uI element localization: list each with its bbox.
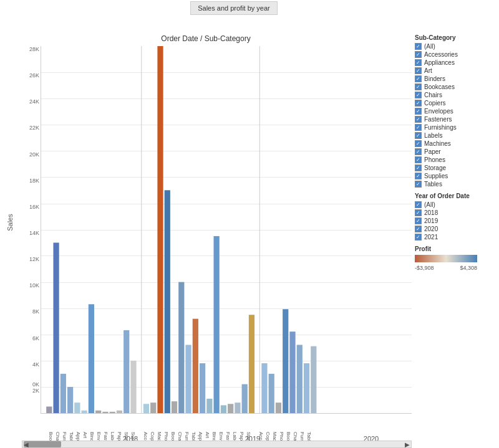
horizontal-scrollbar[interactable]: ▶ ◀: [22, 441, 412, 448]
bar[interactable]: [165, 190, 170, 413]
legend-checkbox-furnishings[interactable]: [415, 124, 422, 131]
legend-item-fasteners[interactable]: Fasteners: [415, 116, 499, 123]
bar[interactable]: [74, 403, 80, 413]
bar[interactable]: [61, 374, 66, 413]
bar[interactable]: [178, 282, 184, 413]
bar[interactable]: [289, 331, 295, 413]
legend-item-all[interactable]: (All): [415, 43, 499, 50]
bar[interactable]: [157, 46, 163, 413]
legend-item-copiers[interactable]: Copiers: [415, 100, 499, 107]
legend-checkbox-envelopes[interactable]: [415, 108, 422, 115]
bar[interactable]: [193, 319, 198, 413]
bar[interactable]: [269, 374, 274, 413]
y-tick-4k: 4K: [32, 361, 39, 368]
legend-item-art[interactable]: Art: [415, 67, 499, 74]
legend-checkbox-year-2020[interactable]: [415, 226, 422, 232]
main-container: Sales and profit by year Order Date / Su…: [0, 0, 499, 448]
chart-area: Order Date / Sub-Category Sales 28K 26K …: [0, 34, 412, 439]
bar[interactable]: [200, 363, 205, 413]
bar[interactable]: [311, 346, 316, 413]
bar[interactable]: [82, 411, 87, 413]
legend-item-chairs[interactable]: Chairs: [415, 92, 499, 98]
legend-checkbox-labels[interactable]: [415, 132, 422, 139]
profit-gradient: [415, 255, 477, 262]
legend-label-all: (All): [424, 43, 435, 50]
bar[interactable]: [235, 403, 240, 413]
legend-checkbox-binders[interactable]: [415, 75, 422, 82]
legend-label-art: Art: [424, 67, 432, 74]
legend-item-year-all[interactable]: (All): [415, 201, 499, 208]
bar[interactable]: [297, 345, 303, 413]
scrollbar-thumb[interactable]: [24, 441, 61, 447]
y-tick-26k: 26K: [29, 72, 39, 79]
legend-checkbox-fasteners[interactable]: [415, 116, 422, 123]
legend-checkbox-year-2021[interactable]: [415, 234, 422, 241]
bar[interactable]: [130, 361, 136, 413]
legend-item-phones[interactable]: Phones: [415, 156, 499, 163]
bar[interactable]: [95, 411, 101, 413]
legend-item-envelopes[interactable]: Envelopes: [415, 108, 499, 115]
bar[interactable]: [46, 406, 52, 413]
legend-checkbox-supplies[interactable]: [415, 173, 422, 179]
legend-checkbox-appliances[interactable]: [415, 59, 422, 66]
legend-item-machines[interactable]: Machines: [415, 140, 499, 147]
legend-item-supplies[interactable]: Supplies: [415, 173, 499, 179]
legend-checkbox-tables[interactable]: [415, 181, 422, 188]
legend-label-furnishings: Furnishings: [424, 124, 457, 131]
legend-item-storage[interactable]: Storage: [415, 164, 499, 171]
legend-item-accessories[interactable]: Accessories: [415, 51, 499, 58]
y-tick-18k: 18K: [29, 178, 39, 184]
bar[interactable]: [304, 363, 309, 413]
y-tick-24k: 24K: [29, 98, 39, 105]
legend-checkbox-storage[interactable]: [415, 164, 422, 171]
legend-checkbox-phones[interactable]: [415, 156, 422, 163]
legend-checkbox-year-2018[interactable]: [415, 209, 422, 216]
legend-checkbox-copiers[interactable]: [415, 100, 422, 107]
legend-checkbox-art[interactable]: [415, 67, 422, 74]
legend-checkbox-bookcases[interactable]: [415, 83, 422, 90]
legend-checkbox-year-all[interactable]: [415, 201, 422, 208]
legend-item-year-2019[interactable]: 2019: [415, 217, 499, 224]
profit-labels: -$3,908 $4,308: [415, 265, 477, 271]
legend-item-bookcases[interactable]: Bookcases: [415, 83, 499, 90]
bar[interactable]: [249, 315, 254, 413]
y-tick-28k: 28K: [29, 46, 39, 52]
legend-item-appliances[interactable]: Appliances: [415, 59, 499, 66]
bar[interactable]: [221, 405, 226, 413]
bar[interactable]: [172, 401, 177, 413]
tooltip-box: Sales and profit by year: [190, 1, 278, 15]
bar[interactable]: [283, 309, 288, 413]
legend-checkbox-chairs[interactable]: [415, 92, 422, 98]
legend-checkbox-paper[interactable]: [415, 148, 422, 155]
legend-checkbox-machines[interactable]: [415, 140, 422, 147]
bar[interactable]: [228, 404, 233, 413]
legend-item-furnishings[interactable]: Furnishings: [415, 124, 499, 131]
legend-item-paper[interactable]: Paper: [415, 148, 499, 155]
legend-checkbox-all[interactable]: [415, 43, 422, 50]
bar[interactable]: [206, 399, 212, 413]
bar[interactable]: [143, 404, 149, 413]
legend-item-year-2021[interactable]: 2021: [415, 234, 499, 241]
bar[interactable]: [214, 236, 220, 413]
bar[interactable]: [261, 363, 267, 413]
bar[interactable]: [242, 384, 248, 413]
legend-item-year-2018[interactable]: 2018: [415, 209, 499, 216]
y-tick-14k: 14K: [29, 230, 39, 236]
legend-item-tables[interactable]: Tables: [415, 181, 499, 188]
bar[interactable]: [185, 345, 191, 413]
legend-checkbox-accessories[interactable]: [415, 51, 422, 58]
bar[interactable]: [67, 387, 73, 413]
legend-label-labels: Labels: [424, 132, 442, 139]
bar[interactable]: [276, 403, 281, 413]
legend-item-binders[interactable]: Binders: [415, 75, 499, 82]
bar[interactable]: [53, 242, 59, 413]
legend-checkbox-year-2019[interactable]: [415, 217, 422, 224]
bar[interactable]: [89, 304, 94, 413]
bar[interactable]: [102, 412, 108, 413]
bar[interactable]: [110, 412, 115, 413]
bar[interactable]: [124, 330, 129, 413]
legend-item-labels[interactable]: Labels: [415, 132, 499, 139]
bar[interactable]: [117, 411, 122, 413]
bar[interactable]: [150, 403, 156, 413]
legend-item-year-2020[interactable]: 2020: [415, 226, 499, 232]
